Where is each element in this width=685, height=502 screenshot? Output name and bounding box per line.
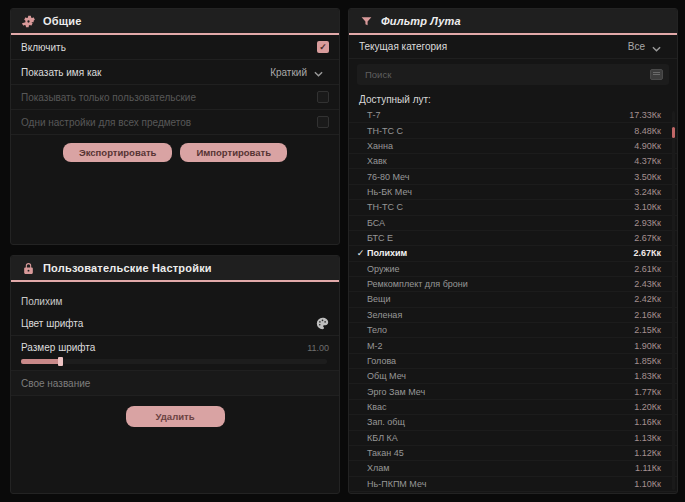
- category-value: Все: [628, 41, 645, 52]
- loot-item[interactable]: Хавк4.37Кк: [349, 154, 677, 169]
- scrollbar-thumb[interactable]: [672, 127, 675, 138]
- loot-item-name: Полихим: [367, 248, 633, 258]
- loot-item[interactable]: ТН-ТС С3.10Кк: [349, 200, 677, 215]
- loot-item[interactable]: Голова1.85Кк: [349, 354, 677, 369]
- loot-item[interactable]: Нь-ПКПМ Меч1.10Кк: [349, 477, 677, 492]
- loot-item-count: 8.48Кк: [634, 126, 661, 136]
- loot-item-name: Ханна: [367, 141, 634, 151]
- show-name-label: Показать имя как: [21, 67, 101, 78]
- custom-settings-panel: Пользовательские Настройки Полихим Цвет …: [10, 255, 340, 494]
- loot-item[interactable]: КБЛ КА1.13Кк: [349, 431, 677, 446]
- export-button[interactable]: Экспортировать: [63, 143, 172, 162]
- loot-item-count: 4.37Кк: [634, 156, 661, 166]
- font-color-label: Цвет шрифта: [21, 318, 83, 329]
- loot-item-count: 1.16Кк: [634, 417, 661, 427]
- loot-item-name: ТН-ТС С: [367, 202, 634, 212]
- font-size-row: Размер шрифта 11.00: [11, 336, 339, 371]
- chevron-down-icon: [652, 38, 661, 56]
- custom-name-input[interactable]: [11, 371, 339, 396]
- loot-item[interactable]: Хлам1.11Кк: [349, 461, 677, 476]
- show-name-dropdown[interactable]: Краткий: [264, 61, 329, 83]
- loot-filter-header: Фильтр Лута: [349, 9, 677, 35]
- only-custom-row: Показывать только пользовательские: [11, 85, 339, 110]
- loot-item[interactable]: Такан 451.12Кк: [349, 446, 677, 461]
- loot-item-count: 2.61Кк: [634, 264, 661, 274]
- enable-label: Включить: [21, 42, 66, 53]
- loot-item-name: Эрго Зам Меч: [367, 387, 634, 397]
- same-settings-label: Одни настройки для всех предметов: [21, 117, 191, 128]
- loot-item-name: Оружие: [367, 264, 634, 274]
- loot-item[interactable]: Общ Меч1.83Кк: [349, 369, 677, 384]
- loot-item-count: 2.43Кк: [634, 279, 661, 289]
- loot-item-count: 2.16Кк: [634, 310, 661, 320]
- loot-item[interactable]: Зеленая2.16Кк: [349, 308, 677, 323]
- loot-item-count: 2.93Кк: [634, 218, 661, 228]
- loot-item-count: 17.33Кк: [629, 110, 661, 120]
- loot-item-count: 2.67Кк: [633, 248, 661, 258]
- custom-settings-header: Пользовательские Настройки: [11, 256, 339, 282]
- show-name-value: Краткий: [270, 67, 307, 78]
- same-settings-checkbox[interactable]: [317, 116, 329, 128]
- search-bar: [357, 64, 669, 85]
- chevron-down-icon: [314, 63, 323, 81]
- lock-icon: [21, 261, 35, 275]
- loot-item-name: БСА: [367, 218, 634, 228]
- loot-item-count: 1.20Кк: [634, 402, 661, 412]
- loot-item-name: Общ Меч: [367, 371, 634, 381]
- loot-item[interactable]: Нь-БК Меч3.24Кк: [349, 185, 677, 200]
- scrollbar[interactable]: [672, 111, 675, 490]
- loot-item-name: 76-80 Меч: [367, 172, 634, 182]
- loot-item[interactable]: Оружие2.61Кк: [349, 262, 677, 277]
- loot-item[interactable]: БСА2.93Кк: [349, 216, 677, 231]
- loot-item[interactable]: ✓Полихим2.67Кк: [349, 246, 677, 261]
- only-custom-label: Показывать только пользовательские: [21, 92, 196, 103]
- loot-item-name: Вещи: [367, 294, 634, 304]
- loot-item[interactable]: 76-80 Меч3.50Кк: [349, 169, 677, 184]
- loot-item-count: 1.90Кк: [634, 341, 661, 351]
- loot-item[interactable]: Ремкомплект для брони2.43Кк: [349, 277, 677, 292]
- enable-checkbox[interactable]: ✓: [317, 41, 329, 53]
- loot-item-count: 4.90Кк: [634, 141, 661, 151]
- delete-button[interactable]: Удалить: [126, 406, 225, 427]
- category-dropdown[interactable]: Все: [622, 36, 667, 58]
- loot-item-name: КБЛ КА: [367, 433, 634, 443]
- only-custom-checkbox[interactable]: [317, 91, 329, 103]
- loot-item[interactable]: Вещи2.42Кк: [349, 292, 677, 307]
- loot-item-count: 2.15Кк: [634, 325, 661, 335]
- loot-item-name: Голова: [367, 356, 634, 366]
- loot-item-name: ТН-ТС С: [367, 126, 634, 136]
- gear-icon: [21, 14, 35, 28]
- font-color-row: Цвет шрифта: [11, 312, 339, 336]
- loot-item-count: 1.13Кк: [634, 433, 661, 443]
- search-input[interactable]: [365, 69, 650, 80]
- loot-item[interactable]: Эрго Зам Меч1.77Кк: [349, 384, 677, 399]
- loot-item[interactable]: Тело2.15Кк: [349, 323, 677, 338]
- loot-item[interactable]: БТС Е2.67Кк: [349, 231, 677, 246]
- loot-item-name: М-2: [367, 341, 634, 351]
- import-button[interactable]: Импортировать: [180, 143, 287, 162]
- slider-handle[interactable]: [58, 357, 63, 366]
- inventory-grid-icon[interactable]: [650, 69, 663, 80]
- loot-item[interactable]: Зап. общ1.16Кк: [349, 415, 677, 430]
- category-row: Текущая категория Все: [349, 35, 677, 59]
- loot-item[interactable]: ТН-ТС С8.48Кк: [349, 123, 677, 138]
- palette-icon[interactable]: [315, 317, 329, 331]
- font-size-slider[interactable]: [21, 359, 327, 364]
- loot-item[interactable]: Ханна4.90Кк: [349, 139, 677, 154]
- loot-item[interactable]: Квас1.20Кк: [349, 400, 677, 415]
- loot-item[interactable]: Т-717.33Кк: [349, 108, 677, 123]
- loot-item-count: 1.85Кк: [634, 356, 661, 366]
- loot-filter-panel: Фильтр Лута Текущая категория Все Доступ…: [348, 8, 678, 494]
- loot-item-name: Ремкомплект для брони: [367, 279, 634, 289]
- loot-item-count: 1.12Кк: [634, 448, 661, 458]
- slider-fill: [21, 359, 61, 364]
- general-panel: Общие Включить ✓ Показать имя как Кратки…: [10, 8, 340, 245]
- loot-item-name: Нь-БК Меч: [367, 187, 634, 197]
- font-size-label: Размер шрифта: [21, 342, 95, 353]
- loot-item-count: 1.77Кк: [634, 387, 661, 397]
- checkmark-icon: ✓: [354, 249, 367, 258]
- loot-filter-title: Фильтр Лута: [381, 15, 461, 27]
- loot-item[interactable]: М-21.90Кк: [349, 338, 677, 353]
- loot-item-name: Тело: [367, 325, 634, 335]
- loot-item-count: 1.11Кк: [635, 463, 661, 473]
